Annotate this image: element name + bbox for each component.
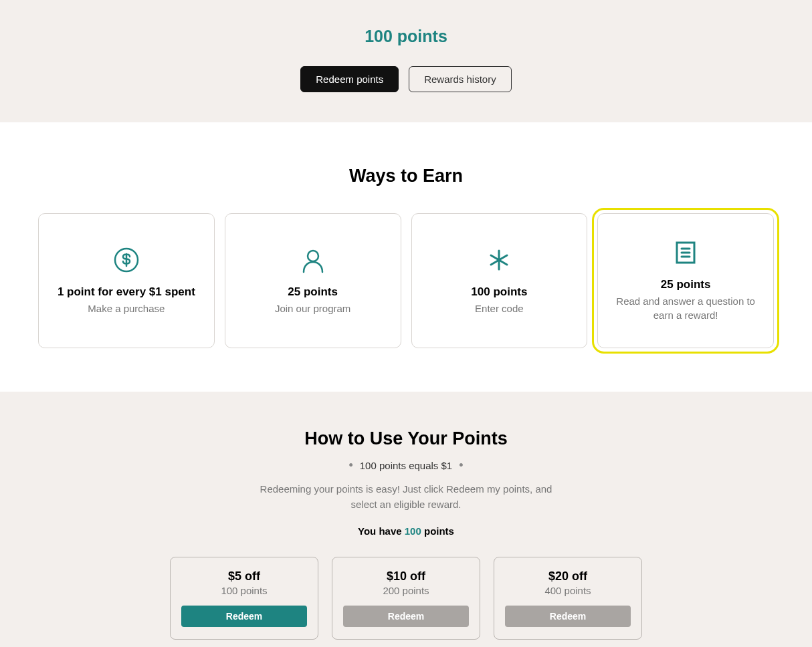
redeem-cost: 100 points [181, 585, 307, 596]
earn-card-join[interactable]: 25 points Join our program [225, 213, 401, 348]
redeem-button-5[interactable]: Redeem [181, 606, 307, 627]
redeem-title: $5 off [181, 569, 307, 584]
asterisk-icon [486, 247, 512, 273]
document-icon [672, 239, 699, 266]
earn-card-purchase[interactable]: 1 point for every $1 spent Make a purcha… [38, 213, 215, 348]
earn-card-desc: Make a purchase [88, 301, 165, 315]
you-have-points: You have 100 points [0, 525, 812, 537]
earn-card-title: 1 point for every $1 spent [58, 285, 195, 299]
conversion-row: • 100 points equals $1 • [0, 459, 812, 473]
redeem-description: Redeeming your points is easy! Just clic… [259, 482, 553, 512]
ways-to-earn-title: Ways to Earn [33, 166, 779, 186]
earn-card-desc: Read and answer a question to earn a rew… [611, 294, 760, 322]
you-have-value: 100 [405, 525, 421, 537]
earn-card-question[interactable]: 25 points Read and answer a question to … [597, 213, 774, 348]
earn-card-title: 100 points [471, 285, 527, 299]
redeem-title: $20 off [505, 569, 631, 584]
redeem-cost: 400 points [505, 585, 631, 596]
redeem-grid: $5 off 100 points Redeem $10 off 200 poi… [0, 557, 812, 640]
redeem-card-10: $10 off 200 points Redeem [332, 557, 480, 640]
redeem-button-10[interactable]: Redeem [343, 606, 469, 627]
earn-card-desc: Enter code [475, 301, 524, 315]
how-to-use-title: How to Use Your Points [0, 428, 812, 449]
how-to-use-section: How to Use Your Points • 100 points equa… [0, 392, 812, 647]
ways-to-earn-section: Ways to Earn 1 point for every $1 spent … [0, 122, 812, 392]
dot-icon: • [348, 459, 352, 473]
redeem-card-20: $20 off 400 points Redeem [494, 557, 642, 640]
redeem-button-20[interactable]: Redeem [505, 606, 631, 627]
earn-card-desc: Join our program [275, 301, 350, 315]
you-have-suffix: points [421, 525, 454, 537]
dot-icon: • [459, 459, 463, 473]
you-have-prefix: You have [358, 525, 405, 537]
redeem-title: $10 off [343, 569, 469, 584]
earn-card-code[interactable]: 100 points Enter code [411, 213, 588, 348]
conversion-text: 100 points equals $1 [360, 460, 452, 471]
dollar-circle-icon [113, 247, 140, 273]
earn-card-title: 25 points [288, 285, 338, 299]
balance-header: 100 points Redeem points Rewards history [0, 0, 812, 122]
points-balance: 100 points [0, 27, 812, 46]
earn-card-title: 25 points [661, 278, 711, 291]
rewards-history-button[interactable]: Rewards history [409, 66, 512, 92]
redeem-card-5: $5 off 100 points Redeem [170, 557, 318, 640]
redeem-cost: 200 points [343, 585, 469, 596]
redeem-points-button[interactable]: Redeem points [300, 66, 399, 92]
svg-point-1 [308, 251, 318, 261]
header-button-row: Redeem points Rewards history [0, 66, 812, 92]
earn-grid: 1 point for every $1 spent Make a purcha… [38, 213, 774, 348]
user-icon [300, 247, 326, 273]
